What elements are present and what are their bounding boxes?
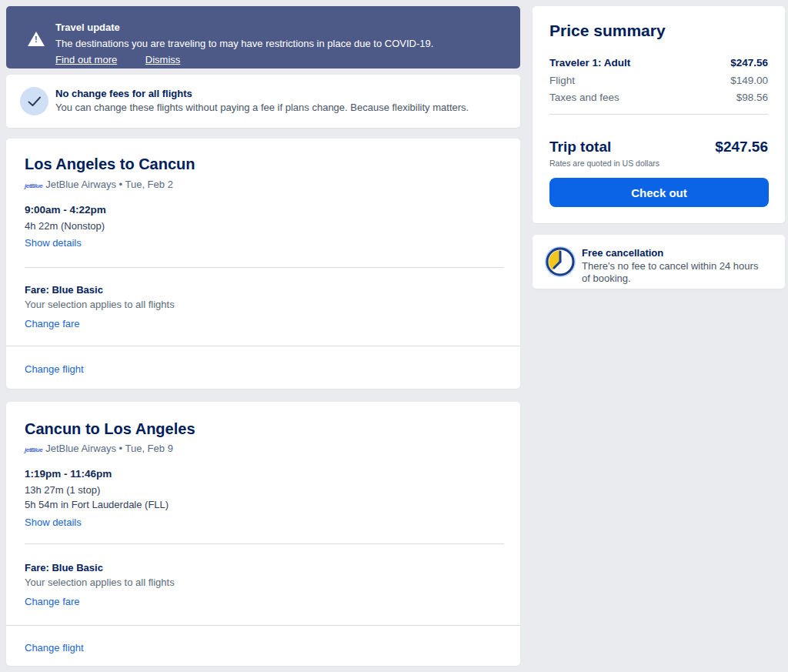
fare-note: Your selection applies to all flights — [25, 299, 175, 310]
no-change-fees-title: No change fees for all flights — [55, 88, 192, 99]
flight-title: Los Angeles to Cancun — [25, 155, 195, 173]
banner-title: Travel update — [55, 22, 120, 33]
price-row-label: Flight — [549, 75, 575, 86]
show-details-link[interactable]: Show details — [25, 517, 82, 528]
change-flight-link[interactable]: Change flight — [25, 363, 84, 375]
price-row-traveler: Traveler 1: Adult $247.56 — [549, 57, 768, 69]
travel-update-banner: ! Travel update The destinations you are… — [6, 6, 520, 69]
flight-duration: 13h 27m (1 stop) — [25, 484, 100, 496]
trip-total-label: Trip total — [549, 139, 611, 155]
divider — [6, 346, 520, 346]
divider — [549, 114, 768, 115]
fare-label: Fare: Blue Basic — [25, 562, 103, 573]
divider — [25, 543, 504, 544]
flight-card-outbound: Los Angeles to Cancun jetBlueJetBlue Air… — [6, 139, 520, 389]
change-fare-link[interactable]: Change fare — [25, 596, 80, 607]
free-cancellation-title: Free cancellation — [582, 247, 663, 259]
price-row-label: Taxes and fees — [549, 92, 619, 103]
rates-note: Rates are quoted in US dollars — [549, 159, 659, 168]
price-summary-title: Price summary — [549, 22, 666, 40]
jetblue-logo: jetBlue — [25, 446, 42, 453]
trip-total-value: $247.56 — [715, 139, 768, 155]
dismiss-link[interactable]: Dismiss — [145, 54, 181, 65]
change-flight-link[interactable]: Change flight — [25, 642, 84, 654]
flight-duration: 4h 22m (Nonstop) — [25, 220, 105, 232]
check-out-button[interactable]: Check out — [549, 178, 769, 207]
flight-times: 1:19pm - 11:46pm — [25, 468, 112, 480]
airline-date-text: JetBlue Airways • Tue, Feb 9 — [45, 443, 173, 454]
airline-date-text: JetBlue Airways • Tue, Feb 2 — [45, 179, 173, 190]
divider — [6, 625, 520, 626]
airline-row: jetBlueJetBlue Airways • Tue, Feb 9 — [25, 443, 173, 454]
flight-times: 9:00am - 4:22pm — [25, 204, 106, 216]
price-row-taxes: Taxes and fees $98.56 — [549, 92, 768, 103]
price-row-value: $247.56 — [730, 57, 768, 69]
jetblue-logo: jetBlue — [25, 182, 42, 189]
flight-layover: 5h 54m in Fort Lauderdale (FLL) — [25, 499, 169, 510]
banner-message: The destinations you are traveling to ma… — [55, 38, 433, 49]
flight-card-return: Cancun to Los Angeles jetBlueJetBlue Air… — [6, 402, 520, 666]
airline-row: jetBlueJetBlue Airways • Tue, Feb 2 — [25, 179, 173, 190]
free-cancellation-card: Free cancellation There's no fee to canc… — [533, 235, 785, 289]
no-change-fees-card: No change fees for all flights You can c… — [6, 75, 520, 128]
fare-label: Fare: Blue Basic — [25, 284, 103, 296]
price-row-flight: Flight $149.00 — [549, 75, 768, 86]
fare-note: Your selection applies to all flights — [25, 577, 175, 588]
price-row-value: $149.00 — [730, 75, 768, 86]
checkmark-icon — [20, 87, 48, 115]
find-out-more-link[interactable]: Find out more — [55, 54, 117, 65]
price-summary-card: Price summary Traveler 1: Adult $247.56 … — [533, 6, 785, 223]
no-change-fees-message: You can change these flights without pay… — [55, 102, 469, 113]
free-cancellation-message: There's no fee to cancel within 24 hours… — [582, 260, 759, 285]
trip-total-row: Trip total $247.56 — [549, 139, 768, 155]
change-fare-link[interactable]: Change fare — [25, 318, 80, 329]
warning-icon: ! — [28, 32, 45, 46]
divider — [25, 267, 504, 268]
flight-title: Cancun to Los Angeles — [25, 420, 195, 438]
price-row-value: $98.56 — [736, 92, 768, 103]
clock-icon — [543, 245, 577, 279]
show-details-link[interactable]: Show details — [25, 237, 82, 249]
price-row-label: Traveler 1: Adult — [549, 57, 630, 69]
